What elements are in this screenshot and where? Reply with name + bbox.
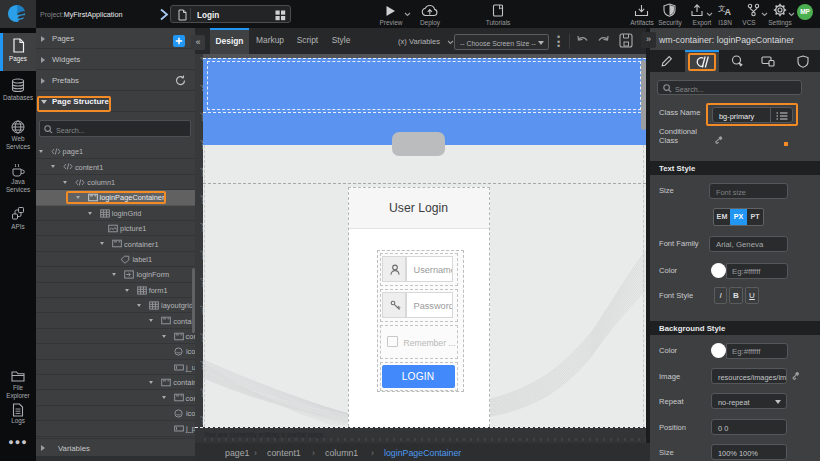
svg-text:A: A bbox=[725, 7, 732, 16]
